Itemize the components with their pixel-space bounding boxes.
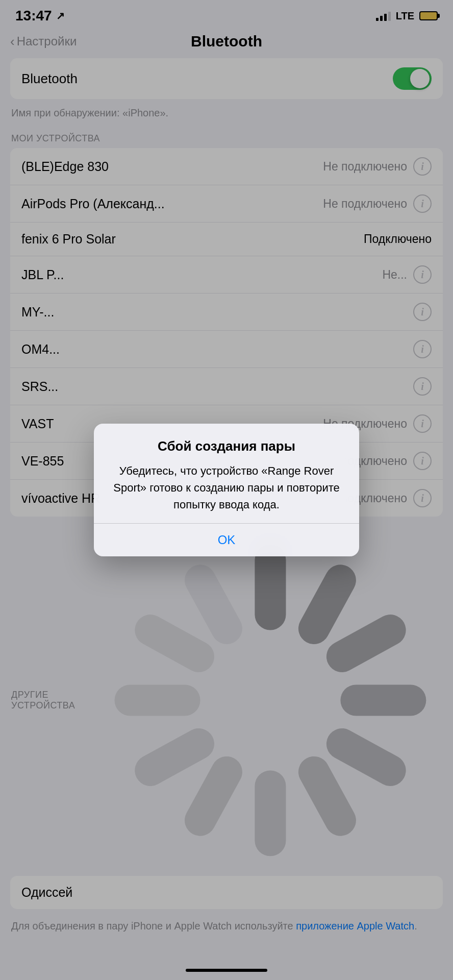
alert-overlay: Сбой создания пары Убедитесь, что устрой… (0, 0, 453, 980)
alert-actions: OK (94, 524, 359, 556)
alert-title: Сбой создания пары (108, 438, 345, 455)
alert-dialog: Сбой создания пары Убедитесь, что устрой… (94, 424, 359, 556)
alert-message: Убедитесь, что устройство «Range Rover S… (108, 462, 345, 513)
alert-ok-button[interactable]: OK (94, 524, 359, 556)
alert-content: Сбой создания пары Убедитесь, что устрой… (94, 424, 359, 523)
